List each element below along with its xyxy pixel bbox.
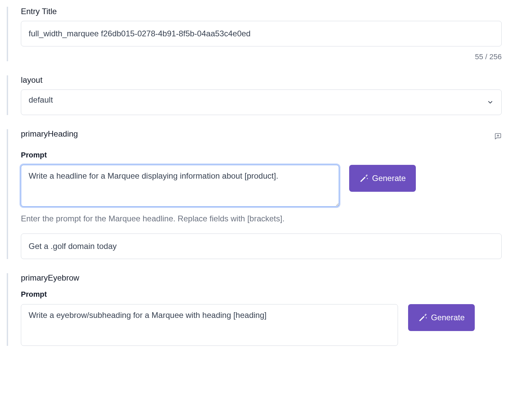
primary-eyebrow-label: primaryEyebrow <box>21 273 502 283</box>
generate-button-label: Generate <box>372 174 406 183</box>
field-primary-heading: primaryHeading Prompt Generate <box>7 129 502 259</box>
primary-heading-generate-button[interactable]: Generate <box>349 165 416 192</box>
primary-eyebrow-generate-button[interactable]: Generate <box>408 304 475 331</box>
primary-eyebrow-prompt-textarea[interactable] <box>21 304 398 346</box>
primary-heading-output-input[interactable] <box>21 233 502 259</box>
field-layout: layout default <box>7 75 502 115</box>
layout-select[interactable]: default <box>21 89 502 115</box>
primary-heading-prompt-label: Prompt <box>21 151 502 159</box>
generate-button-label: Generate <box>431 313 465 322</box>
primary-heading-help-text: Enter the prompt for the Marquee headlin… <box>21 214 502 223</box>
entry-title-label: Entry Title <box>21 7 502 16</box>
entry-title-input[interactable] <box>21 21 502 46</box>
primary-heading-prompt-textarea[interactable] <box>21 165 339 207</box>
magic-wand-icon <box>418 313 428 322</box>
comment-add-icon[interactable] <box>494 133 502 140</box>
layout-label: layout <box>21 75 502 85</box>
primary-heading-label: primaryHeading <box>21 129 78 139</box>
entry-title-char-count: 55 / 256 <box>21 52 502 61</box>
field-primary-eyebrow: primaryEyebrow Prompt Generate <box>7 273 502 346</box>
field-entry-title: Entry Title 55 / 256 <box>7 7 502 61</box>
primary-eyebrow-prompt-label: Prompt <box>21 290 502 299</box>
magic-wand-icon <box>359 174 369 183</box>
